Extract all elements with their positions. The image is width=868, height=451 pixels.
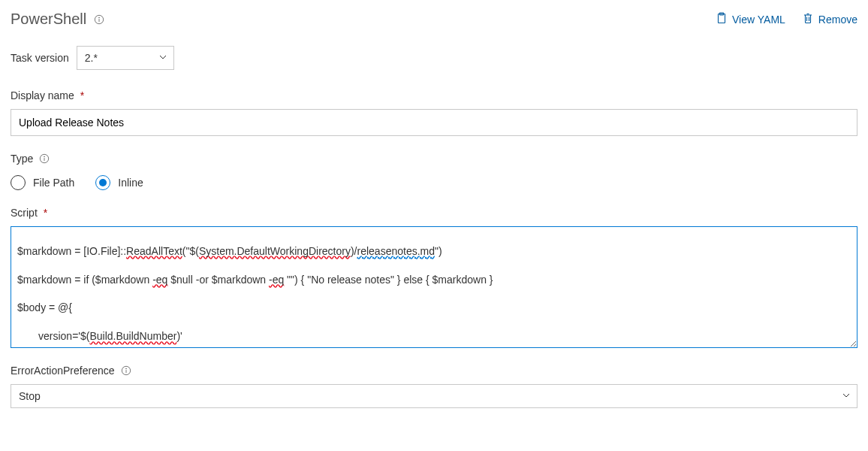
page-title: PowerShell (11, 11, 86, 28)
task-header: PowerShell View YAML Remove (11, 11, 857, 28)
trash-icon (802, 12, 814, 26)
clipboard-icon (716, 12, 728, 26)
script-section: Script * $markdown = [IO.File]::ReadAllT… (11, 207, 857, 348)
radio-file-path[interactable]: File Path (11, 175, 74, 190)
chevron-down-icon (842, 390, 851, 402)
radio-inline[interactable]: Inline (95, 175, 143, 190)
type-label-row: Type (11, 153, 857, 165)
chevron-down-icon (158, 52, 167, 64)
script-label-row: Script * (11, 207, 857, 219)
display-name-section: Display name * (11, 89, 857, 136)
required-marker: * (44, 207, 47, 219)
script-textarea[interactable]: $markdown = [IO.File]::ReadAllText("$(Sy… (11, 226, 857, 348)
radio-circle (95, 175, 110, 190)
display-name-input[interactable] (11, 109, 857, 136)
error-action-value: Stop (19, 390, 41, 402)
remove-button[interactable]: Remove (802, 12, 857, 26)
type-radio-group: File Path Inline (11, 175, 857, 190)
view-yaml-button[interactable]: View YAML (716, 12, 785, 26)
task-version-row: Task version 2.* (11, 46, 857, 70)
error-action-label-row: ErrorActionPreference (11, 365, 857, 377)
type-label: Type (11, 153, 33, 165)
task-version-label: Task version (11, 52, 69, 64)
svg-point-1 (99, 17, 100, 17)
display-name-label: Display name (11, 89, 74, 101)
error-action-select[interactable]: Stop (11, 384, 857, 408)
script-label: Script (11, 207, 38, 219)
error-action-section: ErrorActionPreference Stop (11, 365, 857, 408)
view-yaml-label: View YAML (732, 14, 785, 26)
error-action-label: ErrorActionPreference (11, 365, 115, 377)
info-icon[interactable] (121, 365, 131, 376)
header-actions: View YAML Remove (716, 12, 857, 26)
type-section: Type File Path Inline (11, 153, 857, 190)
info-icon[interactable] (94, 14, 104, 25)
radio-inline-label: Inline (118, 177, 143, 189)
svg-point-11 (125, 368, 126, 369)
radio-circle (11, 175, 26, 190)
svg-point-8 (44, 156, 45, 157)
radio-file-path-label: File Path (33, 177, 74, 189)
title-group: PowerShell (11, 11, 104, 28)
task-version-value: 2.* (85, 52, 98, 64)
remove-label: Remove (818, 14, 857, 26)
required-marker: * (80, 89, 84, 101)
task-version-select[interactable]: 2.* (77, 46, 174, 70)
display-name-label-row: Display name * (11, 89, 857, 101)
info-icon[interactable] (39, 153, 50, 164)
